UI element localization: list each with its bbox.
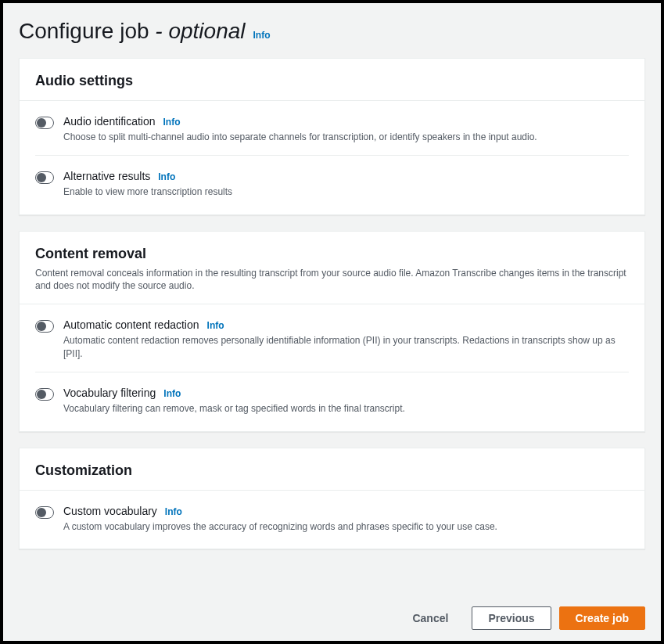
create-job-button[interactable]: Create job <box>559 606 645 630</box>
custom-vocabulary-info-link[interactable]: Info <box>165 506 182 517</box>
content-removal-panel: Content removal Content removal conceals… <box>19 231 645 432</box>
content-removal-header: Content removal Content removal conceals… <box>20 232 644 305</box>
automatic-content-redaction-toggle[interactable] <box>35 320 54 333</box>
page-title-prefix: Configure job <box>19 19 149 43</box>
footer-actions: Cancel Previous Create job <box>19 600 645 630</box>
customization-title: Customization <box>35 462 629 479</box>
cancel-button[interactable]: Cancel <box>397 607 464 629</box>
audio-identification-row: Audio identification Info Choose to spli… <box>35 101 629 156</box>
vocabulary-filtering-info-link[interactable]: Info <box>163 388 181 399</box>
content-removal-title: Content removal <box>35 246 629 262</box>
vocabulary-filtering-label: Vocabulary filtering <box>63 387 156 399</box>
previous-button[interactable]: Previous <box>472 606 551 630</box>
customization-panel: Customization Custom vocabulary Info A c… <box>19 448 645 550</box>
vocabulary-filtering-toggle[interactable] <box>35 388 54 401</box>
page-info-link[interactable]: Info <box>253 30 271 41</box>
custom-vocabulary-toggle[interactable] <box>35 506 54 519</box>
custom-vocabulary-desc: A custom vocabulary improves the accurac… <box>63 520 629 534</box>
customization-header: Customization <box>20 448 644 491</box>
automatic-content-redaction-label: Automatic content redaction <box>63 318 199 331</box>
audio-settings-title: Audio settings <box>35 73 629 89</box>
custom-vocabulary-label: Custom vocabulary <box>63 505 157 517</box>
audio-settings-header: Audio settings <box>20 59 644 101</box>
custom-vocabulary-row: Custom vocabulary Info A custom vocabula… <box>35 491 629 534</box>
alternative-results-row: Alternative results Info Enable to view … <box>35 156 629 199</box>
audio-identification-toggle[interactable] <box>35 117 54 129</box>
page-title: Configure job - optional <box>19 19 246 44</box>
alternative-results-toggle[interactable] <box>35 171 54 184</box>
page-title-suffix: - optional <box>155 19 245 43</box>
alternative-results-desc: Enable to view more transcription result… <box>63 185 629 199</box>
automatic-content-redaction-info-link[interactable]: Info <box>207 320 224 331</box>
audio-identification-info-link[interactable]: Info <box>163 117 181 128</box>
vocabulary-filtering-desc: Vocabulary filtering can remove, mask or… <box>63 402 629 416</box>
page-header: Configure job - optional Info <box>19 19 645 44</box>
audio-identification-desc: Choose to split multi-channel audio into… <box>63 131 629 144</box>
vocabulary-filtering-row: Vocabulary filtering Info Vocabulary fil… <box>35 372 629 416</box>
audio-settings-panel: Audio settings Audio identification Info… <box>19 58 645 215</box>
alternative-results-info-link[interactable]: Info <box>158 171 175 182</box>
automatic-content-redaction-row: Automatic content redaction Info Automat… <box>35 304 629 372</box>
audio-identification-label: Audio identification <box>63 115 156 128</box>
alternative-results-label: Alternative results <box>63 170 150 182</box>
automatic-content-redaction-desc: Automatic content redaction removes pers… <box>63 334 629 361</box>
content-removal-desc: Content removal conceals information in … <box>35 267 629 293</box>
